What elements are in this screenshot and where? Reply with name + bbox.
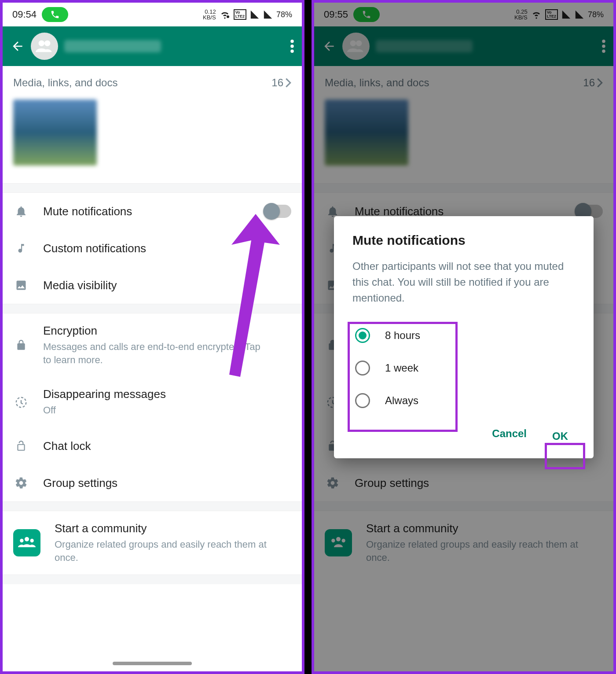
call-pill-icon (42, 7, 68, 22)
custom-label: Custom notifications (43, 242, 146, 255)
svg-point-9 (30, 539, 34, 542)
timer-icon (13, 394, 29, 410)
ok-button[interactable]: OK (545, 427, 575, 445)
status-time: 09:54 (12, 9, 37, 20)
radio-icon (355, 393, 370, 408)
signal-icon (250, 10, 260, 19)
mute-toggle[interactable] (264, 205, 291, 218)
svg-point-2 (44, 41, 50, 46)
svg-point-7 (25, 537, 29, 541)
disappearing-label: Disappearing messages (43, 387, 166, 401)
svg-point-4 (290, 44, 294, 48)
dialog-scrim[interactable]: Mute notifications Other participants wi… (314, 3, 613, 671)
battery-text: 78% (276, 10, 292, 19)
svg-point-3 (290, 40, 294, 43)
radio-icon (355, 361, 370, 376)
media-thumbnail[interactable] (13, 99, 97, 166)
group-settings-label: Group settings (43, 476, 117, 490)
status-bar: 09:54 0.12KB/S VoVoLTE2LTE2 78% (3, 3, 302, 26)
media-title: Media, links, and docs (13, 77, 117, 89)
volte-icon: VoVoLTE2LTE2 (234, 9, 246, 20)
encryption-row[interactable]: Encryption Messages and calls are end-to… (3, 313, 302, 377)
start-community-row[interactable]: Start a community Organize related group… (3, 511, 302, 575)
gear-icon (13, 475, 29, 491)
data-rate: 0.12KB/S (203, 9, 216, 20)
radio-1week[interactable]: 1 week (352, 352, 575, 384)
signal-icon-2 (263, 10, 273, 19)
group-settings-row[interactable]: Group settings (3, 464, 302, 501)
nav-bar-pill (113, 662, 192, 665)
chevron-right-icon (285, 78, 291, 88)
media-section-header[interactable]: Media, links, and docs 16 (3, 66, 302, 96)
overflow-menu-icon[interactable] (290, 40, 294, 53)
media-visibility-row[interactable]: Media visibility (3, 267, 302, 304)
lock-outline-icon (13, 438, 29, 454)
community-icon (13, 529, 40, 556)
custom-notifications-row[interactable]: Custom notifications (3, 230, 302, 267)
group-title-blurred (64, 40, 161, 52)
community-label: Start a community (55, 522, 283, 535)
chatlock-label: Chat lock (43, 439, 91, 453)
disappearing-row[interactable]: Disappearing messages Off (3, 377, 302, 427)
screenshot-left: 09:54 0.12KB/S VoVoLTE2LTE2 78% Media, l… (0, 0, 304, 674)
dialog-desc: Other participants will not see that you… (352, 258, 575, 306)
dialog-title: Mute notifications (352, 233, 575, 248)
svg-point-8 (20, 539, 23, 542)
mute-notifications-row[interactable]: Mute notifications (3, 193, 302, 230)
lock-icon (13, 337, 29, 353)
svg-point-1 (39, 41, 44, 46)
cancel-button[interactable]: Cancel (492, 427, 527, 445)
encryption-label: Encryption (43, 324, 263, 338)
app-bar (3, 26, 302, 66)
mute-label: Mute notifications (43, 205, 132, 218)
chatlock-row[interactable]: Chat lock (3, 427, 302, 464)
encryption-sub: Messages and calls are end-to-end encryp… (43, 340, 263, 366)
wifi-icon (220, 9, 230, 20)
svg-point-0 (227, 15, 229, 18)
disappearing-sub: Off (43, 404, 166, 417)
community-sub: Organize related groups and easily reach… (55, 538, 283, 564)
media-count: 16 (271, 77, 283, 89)
radio-8hours[interactable]: 8 hours (352, 319, 575, 352)
image-icon (13, 277, 29, 293)
mute-dialog: Mute notifications Other participants wi… (334, 216, 594, 458)
screenshot-right: 09:55 0.25KB/S VoLTE2 78% Media, links, … (312, 0, 616, 674)
bell-icon (13, 203, 29, 219)
music-note-icon (13, 240, 29, 256)
svg-point-5 (290, 50, 294, 53)
radio-always[interactable]: Always (352, 384, 575, 417)
group-avatar[interactable] (31, 33, 58, 60)
media-vis-label: Media visibility (43, 279, 117, 292)
radio-icon (355, 328, 370, 343)
back-icon[interactable] (11, 39, 25, 53)
